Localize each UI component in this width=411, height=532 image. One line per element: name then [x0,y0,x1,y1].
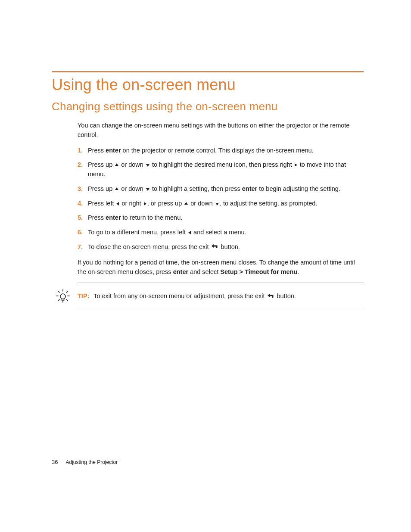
arrow-right-icon [295,163,297,167]
step-number: 7. [78,243,88,252]
arrow-left-icon [188,231,191,234]
step-number: 1. [78,146,88,156]
step-item: 4.Press left or right , or press up or d… [78,199,364,208]
arrow-up-icon [115,187,118,190]
step-item: 5.Press enter to return to the menu. [78,213,364,223]
step-number: 3. [78,184,88,194]
step-text: To go to a different menu, press left an… [88,228,364,237]
arrow-left-icon [116,202,119,205]
document-page: Using the on-screen menu Changing settin… [0,0,411,532]
body-content: You can change the on-screen menu settin… [78,121,364,277]
heading-2: Changing settings using the on-screen me… [52,100,364,113]
steps-list: 1.Press enter on the projector or remote… [78,146,364,252]
step-item: 3.Press up or down to highlight a settin… [78,184,364,194]
step-text: Press enter to return to the menu. [88,213,364,223]
lightbulb-icon [53,288,72,304]
step-item: 2.Press up or down to highlight the desi… [78,160,364,179]
step-item: 7.To close the on-screen menu, press the… [78,243,364,252]
step-text: Press up or down to highlight a setting,… [88,184,364,194]
step-item: 6.To go to a different menu, press left … [78,228,364,237]
svg-line-7 [66,299,68,301]
bold-text: enter [106,147,121,154]
step-number: 2. [78,160,88,170]
arrow-down-icon [215,203,219,205]
svg-point-0 [60,294,65,299]
step-number: 4. [78,199,88,208]
step-text: Press enter on the projector or remote c… [88,146,364,156]
arrow-right-icon [144,202,146,205]
step-text: Press up or down to highlight the desire… [88,160,364,179]
tip-block: TIP: To exit from any on-screen menu or … [78,283,364,309]
arrow-up-icon [184,202,188,205]
arrow-down-icon [146,164,149,167]
svg-line-5 [66,291,68,292]
step-item: 1.Press enter on the projector or remote… [78,146,364,156]
bold-text: enter [106,214,121,221]
tip-label: TIP: [78,292,89,299]
step-text: Press left or right , or press up or dow… [88,199,364,208]
arrow-down-icon [146,188,149,191]
heading-1: Using the on-screen menu [52,76,364,94]
tip-text: TIP: To exit from any on-screen menu or … [78,292,296,300]
bold-text: Setup > Timeout for menu [220,268,297,275]
page-footer: 36 Adjusting the Projector [52,459,118,465]
outro-paragraph: If you do nothing for a period of time, … [78,258,364,277]
svg-line-6 [58,291,59,292]
tip-body: To exit from any on-screen menu or adjus… [93,292,296,299]
arrow-up-icon [115,163,118,166]
intro-paragraph: You can change the on-screen menu settin… [78,121,364,140]
step-number: 6. [78,228,88,237]
step-text: To close the on-screen menu, press the e… [88,243,364,252]
bold-text: enter [242,185,257,192]
exit-icon [212,242,218,252]
svg-line-8 [58,299,59,301]
heading-rule [52,71,364,72]
bold-text: enter [173,268,188,275]
page-number: 36 [52,459,58,465]
footer-section: Adjusting the Projector [65,459,118,465]
exit-icon [268,292,274,299]
step-number: 5. [78,213,88,223]
